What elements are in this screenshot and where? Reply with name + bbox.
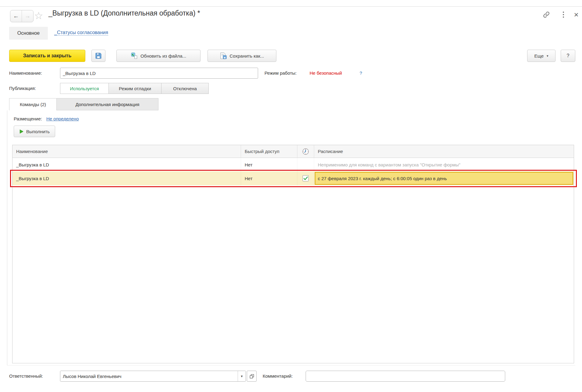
cell-schedule-selected[interactable]: с 27 февраля 2023 г. каждый день; с 6:00… — [315, 172, 573, 185]
cell-scheduled-flag[interactable] — [297, 171, 314, 185]
cell-name[interactable]: _Выгрузка в LD — [12, 171, 241, 185]
save-as-icon — [220, 52, 227, 59]
header-schedule-clock[interactable] — [297, 145, 314, 158]
open-icon — [250, 374, 254, 379]
nav-link-approval-statuses[interactable]: _Статусы согласования — [54, 30, 108, 36]
back-arrow-icon: ← — [13, 13, 19, 20]
link-icon — [543, 11, 550, 18]
comment-input[interactable] — [306, 371, 505, 382]
update-from-file-label: Обновить из файла... — [140, 53, 186, 59]
work-mode-help[interactable]: ? — [360, 68, 362, 79]
top-divider — [0, 6, 582, 7]
chevron-down-icon: ▾ — [547, 54, 548, 58]
favorite-star-icon[interactable]: ☆ — [34, 10, 43, 21]
placement-link[interactable]: Не определено — [46, 113, 79, 124]
responsible-dropdown-button[interactable]: ▼ — [238, 371, 246, 381]
page-title: _Выгрузка в LD (Дополнительная обработка… — [48, 9, 200, 17]
responsible-open-button[interactable] — [247, 371, 257, 382]
publication-option-disabled[interactable]: Отключена — [161, 83, 209, 94]
scheduled-checkbox[interactable] — [303, 175, 309, 181]
header-name[interactable]: Наименование — [12, 145, 241, 158]
name-field-label: Наименование: — [9, 68, 42, 79]
history-nav-group: ← → — [10, 10, 34, 22]
cell-name[interactable]: _Выгрузка в LD — [12, 158, 241, 171]
tab-additional-info[interactable]: Дополнительная информация — [57, 98, 158, 110]
run-label: Выполнить — [26, 129, 50, 134]
cell-quick-access[interactable]: Нет — [241, 171, 297, 185]
work-mode-label: Режим работы: — [264, 68, 297, 79]
commands-table: Наименование Быстрый доступ Расписание _… — [12, 145, 574, 363]
nav-item-main[interactable]: Основное — [9, 27, 48, 40]
cell-quick-access[interactable]: Нет — [241, 158, 297, 171]
save-icon — [95, 52, 102, 59]
tab-commands[interactable]: Команды (2) — [9, 98, 57, 110]
run-button[interactable]: Выполнить — [14, 126, 55, 137]
update-from-file-button[interactable]: Обновить из файла... — [116, 50, 201, 62]
comment-label: Комментарий: — [263, 371, 293, 382]
table-header-row: Наименование Быстрый доступ Расписание — [12, 145, 574, 158]
forward-button[interactable]: → — [22, 10, 33, 22]
placement-label: Размещение: — [14, 113, 42, 124]
close-button[interactable]: × — [572, 10, 581, 19]
update-from-file-icon — [131, 52, 138, 59]
tab-pane-bottom-border — [7, 365, 575, 365]
schedule-clock-icon — [302, 148, 309, 155]
responsible-input[interactable] — [60, 371, 238, 381]
check-icon — [303, 176, 308, 181]
header-schedule[interactable]: Расписание — [314, 145, 574, 158]
name-input[interactable] — [60, 68, 258, 79]
cell-schedule[interactable]: Неприменимо для команд с вариантом запус… — [314, 158, 574, 171]
header-quick-access[interactable]: Быстрый доступ — [241, 145, 297, 158]
help-button[interactable]: ? — [561, 50, 575, 62]
save-as-label: Сохранить как... — [229, 53, 264, 59]
responsible-combo: ▼ — [60, 371, 246, 382]
table-row-selected[interactable]: _Выгрузка в LD Нет с 27 февраля 2023 г. … — [12, 171, 574, 185]
kebab-menu-icon — [563, 12, 564, 18]
cell-schedule-selected-wrap: с 27 февраля 2023 г. каждый день; с 6:00… — [314, 171, 574, 185]
work-mode-value: Не безопасный — [310, 68, 342, 79]
save-and-close-button[interactable]: Записать и закрыть — [9, 50, 85, 62]
cell-scheduled-flag[interactable] — [297, 158, 314, 171]
close-icon: × — [574, 11, 578, 19]
back-button[interactable]: ← — [10, 10, 22, 22]
publication-option-used[interactable]: Используется — [60, 83, 109, 94]
publication-label: Публикация: — [9, 83, 36, 94]
responsible-label: Ответственный: — [9, 371, 43, 382]
copy-link-button[interactable] — [542, 10, 551, 19]
table-row[interactable]: _Выгрузка в LD Нет Неприменимо для коман… — [12, 158, 574, 171]
publication-option-debug[interactable]: Режим отладки — [108, 83, 161, 94]
save-button[interactable] — [91, 50, 105, 62]
app-window: ← → ☆ _Выгрузка в LD (Дополнительная обр… — [0, 0, 582, 392]
combo-arrow-icon: ▼ — [240, 375, 243, 378]
forward-arrow-icon: → — [25, 13, 30, 20]
tab-pane-border — [7, 110, 7, 365]
more-actions-button[interactable]: Еще ▾ — [527, 50, 555, 62]
play-icon — [19, 129, 24, 134]
more-menu-button[interactable] — [559, 10, 568, 19]
more-actions-label: Еще — [534, 53, 544, 59]
save-as-button[interactable]: Сохранить как... — [208, 50, 276, 62]
